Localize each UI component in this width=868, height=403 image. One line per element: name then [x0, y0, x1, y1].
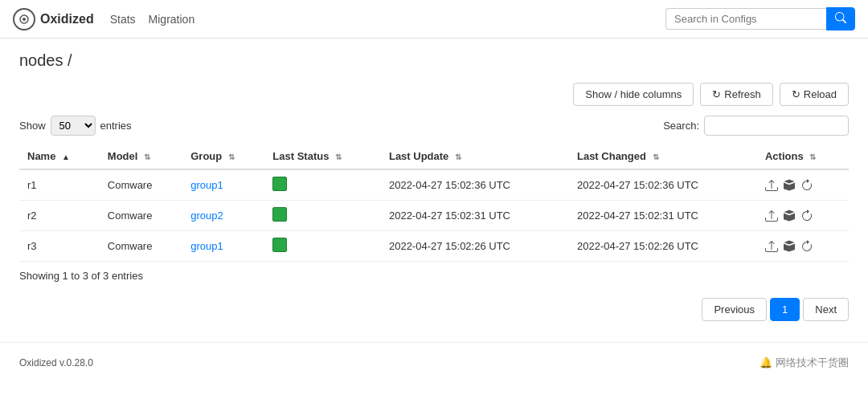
col-last-update[interactable]: Last Update ⇅: [381, 144, 569, 169]
cell-model-1: Comware: [100, 201, 182, 231]
cell-update-1: 2022-04-27 15:02:31 UTC: [381, 201, 569, 231]
previous-button[interactable]: Previous: [702, 298, 767, 321]
breadcrumb: nodes /: [19, 51, 849, 70]
main-content: nodes / Show / hide columns ↻ Refresh ↻ …: [0, 39, 868, 334]
cell-update-0: 2022-04-27 15:02:36 UTC: [381, 169, 569, 201]
upload-icon-2[interactable]: [765, 240, 778, 253]
table-search-input[interactable]: [704, 116, 849, 136]
cell-changed-0: 2022-04-27 15:02:36 UTC: [569, 169, 757, 201]
sort-icon-actions: ⇅: [809, 153, 816, 161]
cell-changed-1: 2022-04-27 15:02:31 UTC: [569, 201, 757, 231]
show-hide-columns-button[interactable]: Show / hide columns: [573, 83, 694, 106]
group-link-2[interactable]: group1: [190, 240, 223, 252]
col-last-status[interactable]: Last Status ⇅: [264, 144, 381, 169]
refresh-icon-0[interactable]: [800, 179, 813, 192]
brand-name: Oxidized: [40, 12, 94, 26]
sort-icon-group: ⇅: [228, 153, 235, 161]
table-row: r1 Comware group1 2022-04-27 15:02:36 UT…: [19, 169, 849, 201]
cell-group-0[interactable]: group1: [182, 169, 264, 201]
table-header: Name ▲ Model ⇅ Group ⇅ Last Status ⇅ Las…: [19, 144, 849, 169]
cell-status-2: [264, 231, 381, 262]
status-icon-2: [272, 238, 287, 252]
navbar-links: Stats Migration: [110, 13, 195, 26]
version-text: Oxidized v.0.28.0: [19, 357, 93, 368]
pagination: Previous 1 Next: [19, 298, 849, 321]
search-button[interactable]: [826, 7, 855, 31]
svg-point-1: [23, 18, 26, 21]
cell-name-1: r2: [19, 201, 100, 231]
search-label: Search:: [663, 120, 699, 132]
data-table: Name ▲ Model ⇅ Group ⇅ Last Status ⇅ Las…: [19, 144, 849, 262]
refresh-icon: ↻: [712, 88, 721, 100]
show-label: Show: [19, 120, 46, 132]
cell-status-1: [264, 201, 381, 231]
table-row: r3 Comware group1 2022-04-27 15:02:26 UT…: [19, 231, 849, 262]
brand: Oxidized: [13, 8, 94, 31]
brand-icon: [13, 8, 35, 31]
cell-model-0: Comware: [100, 169, 182, 201]
cell-group-2[interactable]: group1: [182, 231, 264, 262]
col-actions[interactable]: Actions ⇅: [757, 144, 849, 169]
sort-icon-model: ⇅: [144, 153, 150, 161]
sort-icon-last-update: ⇅: [455, 153, 461, 161]
show-entries: Show 10 25 50 100 entries: [19, 116, 132, 136]
sort-icon-last-changed: ⇅: [653, 153, 659, 161]
sort-icon-last-status: ⇅: [335, 153, 342, 161]
cell-model-2: Comware: [100, 231, 182, 262]
navbar: Oxidized Stats Migration: [0, 0, 868, 39]
entries-select[interactable]: 10 25 50 100: [51, 116, 96, 136]
group-link-0[interactable]: group1: [190, 179, 223, 191]
watermark: 🔔 网络技术干货圈: [760, 356, 849, 370]
entries-label: entries: [100, 120, 132, 132]
status-icon-0: [272, 177, 287, 191]
status-icon-1: [272, 207, 287, 222]
nav-stats[interactable]: Stats: [110, 13, 136, 26]
reload-icon: ↻: [792, 88, 800, 100]
upload-icon-0[interactable]: [765, 179, 778, 192]
col-group[interactable]: Group ⇅: [182, 144, 264, 169]
cell-update-2: 2022-04-27 15:02:26 UTC: [381, 231, 569, 262]
refresh-icon-2[interactable]: [800, 240, 813, 253]
page-1-button[interactable]: 1: [770, 298, 800, 321]
refresh-button[interactable]: ↻ Refresh: [700, 83, 773, 106]
col-name[interactable]: Name ▲: [19, 144, 100, 169]
nav-migration[interactable]: Migration: [149, 13, 195, 26]
search-input[interactable]: [665, 8, 826, 30]
stack-icon-1[interactable]: [783, 210, 796, 222]
toolbar: Show / hide columns ↻ Refresh ↻ Reload: [19, 83, 849, 106]
table-controls: Show 10 25 50 100 entries Search:: [19, 116, 849, 136]
cell-actions-1: [757, 201, 849, 231]
search-box: Search:: [663, 116, 849, 136]
cell-actions-0: [757, 169, 849, 201]
refresh-icon-1[interactable]: [800, 210, 813, 222]
stack-icon-0[interactable]: [783, 179, 796, 192]
cell-status-0: [264, 169, 381, 201]
next-button[interactable]: Next: [803, 298, 849, 321]
table-body: r1 Comware group1 2022-04-27 15:02:36 UT…: [19, 169, 849, 262]
cell-actions-2: [757, 231, 849, 262]
cell-group-1[interactable]: group2: [182, 201, 264, 231]
stack-icon-2[interactable]: [783, 240, 796, 253]
footer: Oxidized v.0.28.0 🔔 网络技术干货圈: [0, 342, 868, 383]
upload-icon-1[interactable]: [765, 210, 778, 222]
cell-name-2: r3: [19, 231, 100, 262]
table-row: r2 Comware group2 2022-04-27 15:02:31 UT…: [19, 201, 849, 231]
col-model[interactable]: Model ⇅: [100, 144, 182, 169]
reload-button[interactable]: ↻ Reload: [780, 83, 849, 106]
sort-icon-name: ▲: [62, 153, 70, 161]
col-last-changed[interactable]: Last Changed ⇅: [569, 144, 757, 169]
cell-changed-2: 2022-04-27 15:02:26 UTC: [569, 231, 757, 262]
group-link-1[interactable]: group2: [190, 210, 223, 222]
cell-name-0: r1: [19, 169, 100, 201]
navbar-search: [665, 7, 855, 31]
showing-info: Showing 1 to 3 of 3 entries: [19, 270, 849, 282]
